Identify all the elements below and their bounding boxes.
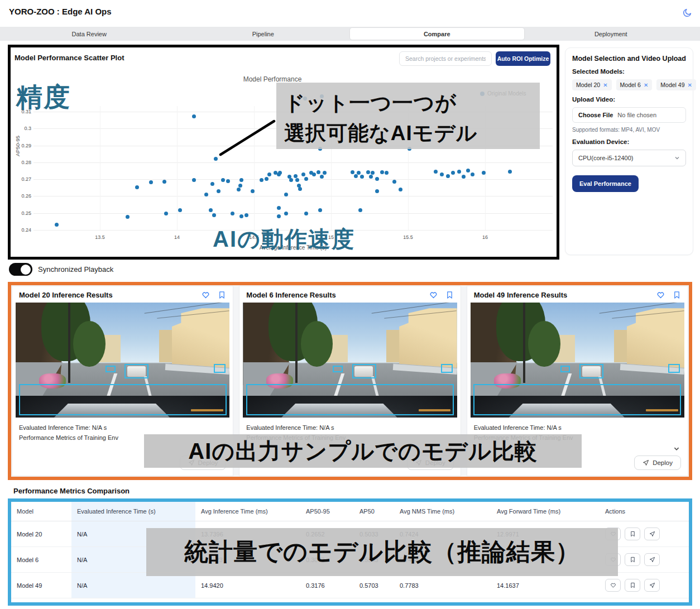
scatter-point[interactable] <box>320 175 324 179</box>
scatter-point[interactable] <box>126 215 130 219</box>
scatter-point[interactable] <box>434 170 438 174</box>
scatter-point[interactable] <box>244 213 248 217</box>
deploy-icon-button[interactable] <box>644 528 660 540</box>
scatter-point[interactable] <box>358 208 362 212</box>
scatter-point[interactable] <box>357 171 361 175</box>
scatter-point[interactable] <box>366 170 370 174</box>
close-icon[interactable]: ✕ <box>644 82 648 88</box>
scatter-point[interactable] <box>226 179 230 183</box>
scatter-point[interactable] <box>375 189 379 193</box>
scatter-point[interactable] <box>369 175 373 179</box>
scatter-point[interactable] <box>294 174 298 178</box>
scatter-point[interactable] <box>212 213 216 217</box>
file-input[interactable]: Choose File No file chosen <box>572 107 686 123</box>
bookmark-icon[interactable] <box>445 291 454 299</box>
scatter-point[interactable] <box>471 172 474 176</box>
tab-deployment[interactable]: Deployment <box>524 28 698 40</box>
scatter-point[interactable] <box>239 214 243 218</box>
scatter-point[interactable] <box>360 175 364 179</box>
close-icon[interactable]: ✕ <box>603 82 607 88</box>
search-input[interactable] <box>399 51 492 66</box>
heart-icon[interactable] <box>429 291 438 299</box>
deploy-button[interactable]: Deploy <box>634 455 681 470</box>
deploy-icon-button[interactable] <box>644 553 660 566</box>
tab-data-review[interactable]: Data Review <box>2 28 176 40</box>
close-icon[interactable]: ✕ <box>688 82 692 88</box>
eval-performance-button[interactable]: Eval Performance <box>572 175 639 192</box>
scatter-point[interactable] <box>371 171 375 175</box>
scatter-point[interactable] <box>312 172 316 176</box>
scatter-point[interactable] <box>289 178 293 182</box>
scatter-point[interactable] <box>277 206 281 210</box>
synchronized-playback-toggle[interactable] <box>9 263 32 276</box>
scatter-point[interactable] <box>446 174 450 178</box>
scatter-point[interactable] <box>237 188 241 191</box>
bookmark-icon[interactable] <box>218 291 226 299</box>
tab-pipeline[interactable]: Pipeline <box>176 28 351 40</box>
chevron-down-icon[interactable] <box>673 445 680 452</box>
scatter-point[interactable] <box>399 188 402 191</box>
scatter-point[interactable] <box>55 223 59 227</box>
scatter-point[interactable] <box>317 170 320 174</box>
scatter-point[interactable] <box>278 171 282 175</box>
scatter-point[interactable] <box>277 214 281 218</box>
scatter-point[interactable] <box>301 172 305 176</box>
heart-icon[interactable] <box>202 291 210 299</box>
scatter-point[interactable] <box>295 178 299 182</box>
model-chip[interactable]: Model 6✕ <box>616 79 653 90</box>
scatter-point[interactable] <box>304 212 308 215</box>
scatter-point[interactable] <box>457 170 461 174</box>
favorite-button[interactable] <box>605 579 621 592</box>
scatter-point[interactable] <box>162 180 166 184</box>
device-select[interactable]: CPU(core-i5-12400) <box>572 150 686 166</box>
scatter-point[interactable] <box>267 172 271 176</box>
scatter-point[interactable] <box>164 212 168 215</box>
bookmark-icon[interactable] <box>673 291 681 299</box>
scatter-point[interactable] <box>217 189 220 193</box>
scatter-point[interactable] <box>462 175 466 179</box>
scatter-point[interactable] <box>135 185 139 189</box>
scatter-point[interactable] <box>351 170 354 174</box>
scatter-point[interactable] <box>375 177 379 181</box>
scatter-point[interactable] <box>238 184 242 188</box>
scatter-point[interactable] <box>210 182 214 186</box>
model-chip[interactable]: Model 20✕ <box>572 79 612 90</box>
scatter-point[interactable] <box>192 114 196 118</box>
moon-icon[interactable] <box>682 8 692 18</box>
scatter-point[interactable] <box>385 171 389 175</box>
scatter-point[interactable] <box>231 212 234 215</box>
scatter-point[interactable] <box>178 208 182 212</box>
scatter-point[interactable] <box>304 177 308 181</box>
scatter-point[interactable] <box>284 212 288 215</box>
model-chip[interactable]: Model 49✕ <box>656 79 696 90</box>
bookmark-button[interactable] <box>625 528 640 540</box>
scatter-point[interactable] <box>440 172 444 176</box>
scatter-point[interactable] <box>260 178 263 182</box>
scatter-point[interactable] <box>354 174 358 178</box>
scatter-point[interactable] <box>508 170 512 174</box>
col-avg-forward-time: Avg Forward Time (ms) <box>491 502 600 521</box>
detection-box <box>333 366 343 372</box>
scatter-point[interactable] <box>298 187 302 191</box>
scatter-point[interactable] <box>209 208 213 212</box>
scatter-point[interactable] <box>323 171 327 175</box>
heart-icon[interactable] <box>656 291 665 299</box>
scatter-point[interactable] <box>149 180 153 184</box>
scatter-point[interactable] <box>239 178 243 182</box>
bookmark-button[interactable] <box>625 553 640 566</box>
scatter-point[interactable] <box>380 170 384 174</box>
scatter-point[interactable] <box>221 178 225 182</box>
scatter-point[interactable] <box>204 193 208 196</box>
choose-file-button[interactable]: Choose File <box>578 112 613 118</box>
scatter-point[interactable] <box>192 178 196 182</box>
auto-roi-optimize-button[interactable]: Auto ROI Optimize <box>496 51 550 66</box>
bookmark-button[interactable] <box>625 579 640 592</box>
scatter-point[interactable] <box>265 177 269 181</box>
deploy-icon-button[interactable] <box>644 579 660 592</box>
scatter-point[interactable] <box>318 208 322 212</box>
tab-compare[interactable]: Compare <box>350 28 524 40</box>
scatter-point[interactable] <box>451 171 455 175</box>
scatter-point[interactable] <box>466 169 470 172</box>
video-frame <box>471 303 684 418</box>
scatter-point[interactable] <box>392 180 396 184</box>
